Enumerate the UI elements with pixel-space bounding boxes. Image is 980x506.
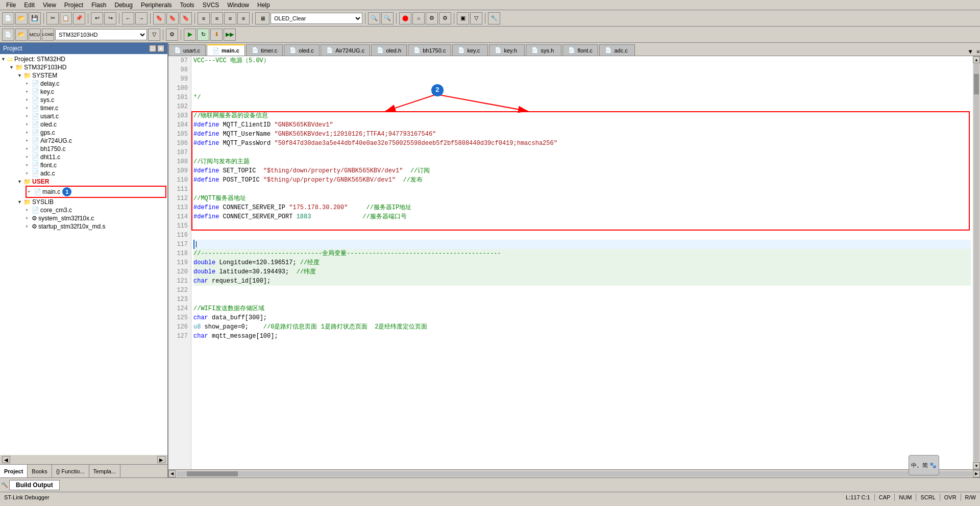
oled-icon[interactable]: 🖥 (255, 12, 270, 24)
tree-file-air[interactable]: + 📄 Air724UG.c (26, 137, 166, 145)
ime-status-icon[interactable]: 中。简 🐾 (909, 455, 939, 475)
tab-bh1750[interactable]: 📄 bh1750.c (408, 44, 451, 56)
tree-user[interactable]: ▼ 📁 USER (17, 178, 166, 186)
tree-file-key[interactable]: + 📄 key.c (26, 88, 166, 96)
bookmark3-button[interactable]: 🔖 (180, 12, 192, 24)
tree-file-flont[interactable]: + 📄 flont.c (26, 161, 166, 169)
scroll-left-button[interactable]: ◀ (2, 456, 10, 463)
sidebar-pin-button[interactable]: □ (149, 45, 156, 52)
function-combo[interactable]: OLED_Clear (271, 13, 362, 24)
build-button[interactable]: ▶ (184, 29, 196, 41)
tree-file-delay[interactable]: + 📄 delay.c (26, 80, 166, 88)
menu-edit[interactable]: Edit (20, 1, 39, 10)
code-editor[interactable]: 97 98 99 100 101 102 103 104 105 106 107… (168, 56, 980, 469)
menu-tools[interactable]: Tools (176, 1, 199, 10)
hscroll-left-button[interactable]: ◀ (168, 470, 176, 477)
menu-view[interactable]: View (39, 1, 60, 10)
tree-file-usart[interactable]: + 📄 usart.c (26, 112, 166, 120)
scroll-down-button[interactable]: ▼ (973, 462, 980, 469)
debug4-button[interactable]: ⚙ (439, 12, 451, 24)
tree-file-sys[interactable]: + 📄 sys.c (26, 96, 166, 104)
build-output-tab[interactable]: Build Output (9, 480, 60, 490)
open2-button[interactable]: 📂 (15, 29, 28, 41)
tree-stm32[interactable]: ▼ 📁 STM32F103HD (9, 63, 166, 71)
download-button[interactable]: ⬇ (210, 29, 223, 41)
indent-button[interactable]: ≡ (198, 12, 210, 24)
hscroll-right-button[interactable]: ▶ (973, 470, 980, 477)
tree-file-system[interactable]: + ⚙ system_stm32f10x.c (26, 214, 166, 222)
scroll-thumb[interactable] (974, 74, 979, 94)
tab-overflow-button[interactable]: ▼ (967, 48, 974, 56)
sidebar-tab-books[interactable]: Books (28, 465, 52, 477)
nav-forward-button[interactable]: → (135, 12, 148, 24)
nav-back-button[interactable]: ← (122, 12, 134, 24)
tree-file-oled[interactable]: + 📄 oled.c (26, 120, 166, 129)
bookmark2-button[interactable]: 🔖 (166, 12, 179, 24)
open-button[interactable]: 📂 (15, 12, 28, 24)
tree-file-timer[interactable]: + 📄 timer.c (26, 104, 166, 112)
tree-file-gps[interactable]: + 📄 gps.c (26, 129, 166, 137)
target-combo[interactable]: STM32F103HD (55, 29, 147, 40)
menu-svcs[interactable]: SVCS (199, 1, 224, 10)
tree-system[interactable]: ▼ 📁 SYSTEM (17, 71, 166, 80)
cut-button[interactable]: ✂ (46, 12, 59, 24)
save-button[interactable]: 💾 (29, 12, 41, 24)
tab-flont[interactable]: 📄 flont.c (562, 44, 598, 56)
settings-button[interactable]: 🔧 (488, 12, 500, 24)
indent2-button[interactable]: ≡ (211, 12, 223, 24)
undo-button[interactable]: ↩ (91, 12, 103, 24)
scroll-up-button[interactable]: ▲ (973, 56, 980, 63)
search-button[interactable]: 🔍 (368, 12, 380, 24)
sidebar-tab-templates[interactable]: Templa... (89, 465, 121, 477)
load-button[interactable]: LOAD (42, 29, 54, 41)
tree-file-adc[interactable]: + 📄 adc.c (26, 169, 166, 178)
menu-flash[interactable]: Flash (87, 1, 110, 10)
menu-project[interactable]: Project (60, 1, 87, 10)
vertical-scrollbar[interactable]: ▲ ▼ (973, 56, 980, 469)
tab-usart[interactable]: 📄 usart.c (168, 44, 206, 56)
copy-button[interactable]: 📋 (60, 12, 72, 24)
rebuild-button[interactable]: ↻ (197, 29, 209, 41)
config-button[interactable]: ⚙ (166, 29, 178, 41)
debug3-button[interactable]: ⚙ (426, 12, 438, 24)
tab-oled-h[interactable]: 📄 oled.h (371, 44, 407, 56)
bookmark-button[interactable]: 🔖 (153, 12, 165, 24)
paste-button[interactable]: 📌 (73, 12, 85, 24)
tab-adc[interactable]: 📄 adc.c (599, 44, 635, 56)
tab-timer[interactable]: 📄 timer.c (246, 44, 283, 56)
scroll-right-button[interactable]: ▶ (157, 456, 165, 463)
tree-root[interactable]: ▼ 🗂 Project: STM32HD (1, 55, 166, 63)
tree-file-bh[interactable]: + 📄 bh1750.c (26, 145, 166, 153)
format-button[interactable]: ≡ (237, 12, 250, 24)
tab-key-h[interactable]: 📄 key.h (489, 44, 525, 56)
horizontal-scrollbar[interactable]: ◀ ▶ (168, 469, 980, 477)
code-content[interactable]: 2 VCC---VCC 电源（5.0V） */ (191, 56, 973, 469)
view-button[interactable]: ▣ (457, 12, 469, 24)
hscroll-thumb[interactable] (187, 471, 238, 476)
search2-button[interactable]: 🔍 (381, 12, 394, 24)
sidebar-tab-project[interactable]: Project (0, 465, 28, 477)
menu-help[interactable]: Help (253, 1, 274, 10)
menu-peripherals[interactable]: Peripherals (137, 1, 176, 10)
dropdown-target[interactable]: ▽ (148, 29, 160, 41)
tab-key-c[interactable]: 📄 key.c (452, 44, 488, 56)
tab-close-all-button[interactable]: ✕ (976, 48, 980, 56)
tree-file-startup[interactable]: + ⚙ startup_stm32f10x_md.s (26, 222, 166, 231)
unindent-button[interactable]: ≡ (224, 12, 236, 24)
tree-file-main[interactable]: + 📄 main.c 1 (26, 186, 166, 198)
tab-oled-c[interactable]: 📄 oled.c (284, 44, 320, 56)
stop-button[interactable]: ⬤ (399, 12, 411, 24)
redo-button[interactable]: ↪ (104, 12, 116, 24)
view2-button[interactable]: ▽ (470, 12, 482, 24)
tree-file-core[interactable]: + 📄 core_cm3.c (26, 206, 166, 214)
circle-button[interactable]: ○ (412, 12, 425, 24)
menu-debug[interactable]: Debug (111, 1, 137, 10)
new-button[interactable]: 📄 (2, 12, 14, 24)
tree-syslib[interactable]: ▼ 📁 SYSLIB (17, 198, 166, 206)
new2-button[interactable]: 📄 (2, 29, 14, 41)
tree-file-dht[interactable]: + 📄 dht11.c (26, 153, 166, 161)
sidebar-close-button[interactable]: ✕ (157, 45, 164, 52)
menu-file[interactable]: File (2, 1, 20, 10)
run-button[interactable]: ▶▶ (224, 29, 236, 41)
menu-window[interactable]: Window (223, 1, 253, 10)
